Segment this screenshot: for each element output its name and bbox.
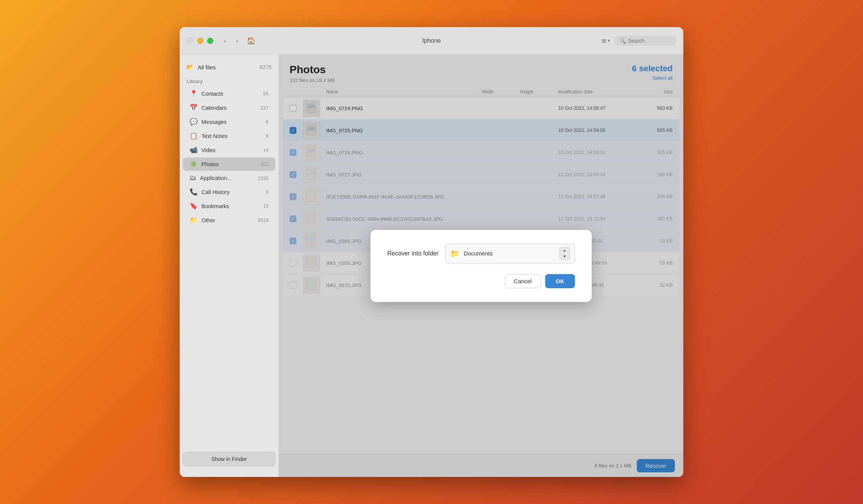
sidebar-item-label: Photos [201, 161, 219, 167]
dialog-overlay: Recover into folder 📁 Documents ▲ ▼ Canc… [279, 55, 683, 477]
all-files-label: All files [198, 64, 216, 71]
window-title: Iphone [422, 37, 441, 44]
application-count: 2335 [258, 175, 269, 181]
traffic-lights [187, 38, 213, 44]
home-button[interactable]: 🏠 [246, 36, 256, 46]
forward-button[interactable]: › [232, 36, 242, 46]
video-count: 14 [263, 147, 269, 153]
sidebar-item-application[interactable]: 🗂 Application... 2335 [183, 172, 275, 185]
folder-stepper[interactable]: ▲ ▼ [559, 247, 570, 260]
call-history-count: 0 [266, 189, 269, 195]
other-count: 3519 [258, 217, 269, 223]
sidebar-item-video[interactable]: 📹 Video 14 [183, 143, 275, 157]
messages-count: 6 [266, 119, 269, 125]
contacts-icon: 📍 [190, 90, 198, 98]
dialog-ok-button[interactable]: OK [545, 274, 575, 288]
contacts-count: 55 [263, 91, 269, 96]
search-input[interactable] [628, 38, 671, 44]
other-icon: 📁 [190, 216, 198, 224]
photos-icon: ✳️ [190, 160, 198, 168]
text-notes-count: 6 [266, 133, 269, 139]
bookmarks-count: 13 [263, 203, 269, 209]
view-toggle[interactable]: ⊞ ▾ [602, 38, 610, 44]
chevron-down-icon: ▾ [608, 38, 610, 43]
calendars-count: 237 [260, 105, 269, 111]
library-section-label: Library [180, 77, 279, 87]
sidebar-item-label: Calendars [201, 105, 227, 111]
nav-buttons: ‹ › [220, 36, 242, 46]
sidebar-item-photos[interactable]: ✳️ Photos 102 [183, 157, 275, 171]
back-button[interactable]: ‹ [220, 36, 230, 46]
sidebar-item-all-files[interactable]: 📂 All files 6275 [180, 61, 279, 74]
all-files-icon: 📂 [187, 64, 194, 71]
sidebar-item-messages[interactable]: 💬 Messages 6 [183, 115, 275, 128]
search-bar[interactable]: 🔍 [615, 36, 676, 46]
sidebar-footer: Show in Finder [180, 447, 279, 471]
sidebar-item-label: Bookmarks [201, 203, 229, 209]
dialog-content-row: Recover into folder 📁 Documents ▲ ▼ [387, 244, 575, 263]
dialog-buttons: Cancel OK [387, 274, 575, 288]
recover-dialog: Recover into folder 📁 Documents ▲ ▼ Canc… [370, 230, 592, 302]
titlebar-right: ⊞ ▾ 🔍 [602, 36, 676, 46]
minimize-button[interactable] [197, 38, 203, 44]
dialog-label: Recover into folder [387, 250, 438, 257]
sidebar-item-bookmarks[interactable]: 🔖 Bookmarks 13 [183, 199, 275, 213]
sidebar-item-contacts[interactable]: 📍 Contacts 55 [183, 87, 275, 100]
sidebar-item-other[interactable]: 📁 Other 3519 [183, 213, 275, 227]
sidebar-item-label: Video [201, 147, 216, 153]
main-content: 📂 All files 6275 Library 📍 Contacts 55 📅… [180, 55, 683, 477]
sidebar-item-label: Messages [201, 119, 227, 125]
sidebar-item-label: Call History [201, 189, 230, 195]
bookmarks-icon: 🔖 [190, 202, 198, 210]
sidebar-item-text-notes[interactable]: 📋 Text Notes 6 [183, 129, 275, 143]
folder-icon: 📁 [450, 249, 460, 258]
sidebar-item-calendars[interactable]: 📅 Calendars 237 [183, 101, 275, 114]
photos-count: 102 [260, 161, 269, 167]
folder-selector[interactable]: 📁 Documents ▲ ▼ [445, 244, 575, 263]
all-files-count: 6275 [260, 64, 272, 70]
call-history-icon: 📞 [190, 188, 198, 196]
folder-name-label: Documents [464, 250, 555, 257]
maximize-button[interactable] [207, 38, 213, 44]
application-icon: 🗂 [190, 174, 196, 182]
grid-icon: ⊞ [602, 38, 606, 44]
sidebar: 📂 All files 6275 Library 📍 Contacts 55 📅… [180, 55, 279, 477]
calendars-icon: 📅 [190, 104, 198, 112]
show-in-finder-button[interactable]: Show in Finder [183, 452, 275, 466]
stepper-down-button[interactable]: ▼ [560, 254, 570, 260]
file-area: Photos 102 files on 19,4 MB 6 selected S… [279, 55, 683, 477]
search-icon: 🔍 [619, 38, 626, 44]
sidebar-item-label: Contacts [201, 91, 223, 97]
titlebar: ‹ › 🏠 Iphone ⊞ ▾ 🔍 [180, 27, 683, 55]
messages-icon: 💬 [190, 118, 198, 126]
dialog-cancel-button[interactable]: Cancel [505, 274, 541, 288]
close-button[interactable] [187, 38, 193, 44]
text-notes-icon: 📋 [190, 132, 198, 140]
sidebar-item-call-history[interactable]: 📞 Call History 0 [183, 185, 275, 199]
video-icon: 📹 [190, 146, 198, 154]
app-window: ‹ › 🏠 Iphone ⊞ ▾ 🔍 📂 All files 627 [180, 27, 683, 477]
sidebar-item-label: Other [201, 217, 215, 223]
sidebar-item-label: Application... [200, 175, 232, 181]
stepper-up-button[interactable]: ▲ [560, 247, 570, 254]
sidebar-item-label: Text Notes [201, 133, 228, 139]
